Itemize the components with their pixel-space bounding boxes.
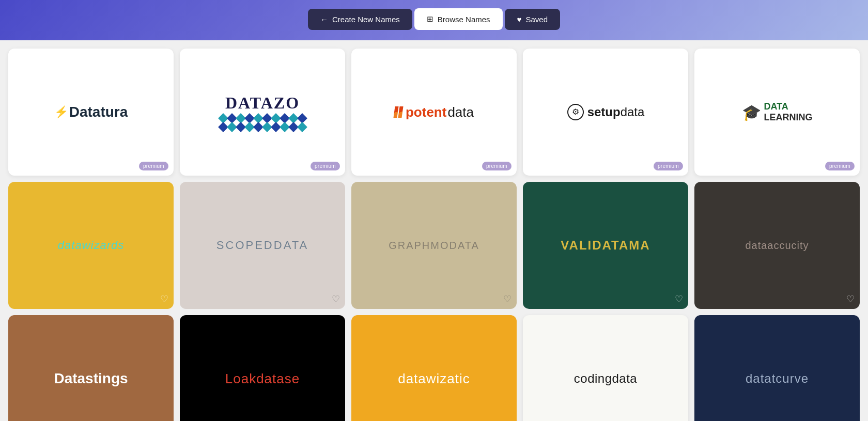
premium-badge: premium [654,162,683,170]
heart-icon[interactable]: ♡ [503,294,512,304]
wings-icon: ⚡ [54,105,68,119]
create-btn-label: Create New Names [332,15,400,24]
saved-button[interactable]: ♥ Saved [505,9,560,30]
card-scopeddata[interactable]: SCOPEDDATA ♡ [180,182,345,309]
create-new-names-button[interactable]: ← Create New Names [308,9,412,30]
logo-scopeddata: SCOPEDDATA [216,239,308,252]
heart-nav-icon: ♥ [517,15,522,24]
card-datalearning[interactable]: 🎓 DATA LEARNING premium [694,49,860,176]
logo-datastings: Datastings [54,370,128,387]
logo-graphmodata: GRAPHMODATA [389,240,479,252]
logo-datatura: ⚡ Datatura [54,104,128,120]
card-datatcurve[interactable]: datatcurve ♡ [694,315,860,421]
premium-badge: premium [825,162,855,170]
logo-setupdata: ⚙ setupdata [567,103,645,121]
browse-names-button[interactable]: ⊞ Browse Names [414,8,503,30]
logo-datazo: DATAZO [220,93,306,131]
card-codingdata[interactable]: codingdata ♡ [523,315,688,421]
arrow-left-icon: ← [320,15,328,24]
card-datawizards[interactable]: datawizards ♡ [8,182,174,309]
saved-btn-label: Saved [525,15,548,24]
heart-icon[interactable]: ♡ [675,294,683,304]
heart-icon[interactable]: ♡ [332,294,340,304]
graduation-icon: 🎓 [742,103,761,121]
svg-text:⚙: ⚙ [572,107,579,116]
premium-badge: premium [482,162,512,170]
card-graphmodata[interactable]: GRAPHMODATA ♡ [351,182,517,309]
header: ← Create New Names ⊞ Browse Names ♥ Save… [0,0,868,40]
grid-icon: ⊞ [427,14,433,24]
heart-icon[interactable]: ♡ [160,294,168,304]
card-validatama[interactable]: VALIDATAMA ♡ [523,182,688,309]
logo-datalearning: 🎓 DATA LEARNING [742,101,813,123]
logo-potentdata: potentdata [394,104,474,120]
premium-badge: premium [311,162,340,170]
stripe-icon2 [398,106,403,118]
logo-datawizatic: datawizatic [398,371,470,387]
logo-codingdata: codingdata [574,371,637,386]
premium-badge: premium [139,162,168,170]
logo-dataaccucity: dataaccucity [745,240,809,252]
setup-circle-icon: ⚙ [567,103,584,121]
browse-btn-label: Browse Names [438,15,490,24]
logo-datatcurve: datatcurve [746,371,809,386]
heart-icon[interactable]: ♡ [846,294,855,304]
names-grid: ⚡ Datatura premium DATAZO [0,40,868,421]
logo-loakdatase: Loakdatase [225,371,300,387]
card-setupdata[interactable]: ⚙ setupdata premium [523,49,688,176]
logo-validatama: VALIDATAMA [561,238,650,253]
card-datastings[interactable]: Datastings ♡ [8,315,174,421]
logo-datawizards: datawizards [58,239,124,252]
card-loakdatase[interactable]: Loakdatase ♡ [180,315,345,421]
card-datatura[interactable]: ⚡ Datatura premium [8,49,174,176]
card-datazo[interactable]: DATAZO [180,49,345,176]
card-dataaccucity[interactable]: dataaccucity ♡ [694,182,860,309]
card-potentdata[interactable]: potentdata premium [351,49,517,176]
diamond-row2-10 [297,122,307,132]
card-datawizatic[interactable]: datawizatic ♡ [351,315,517,421]
